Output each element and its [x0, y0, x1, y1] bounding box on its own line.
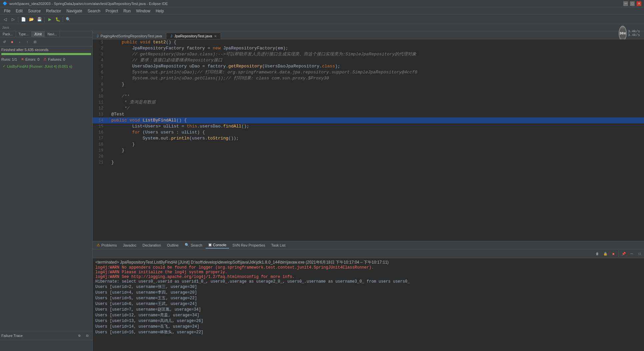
- left-tab-type[interactable]: Type...: [16, 31, 32, 37]
- code-line: 4 // 要求：该接口必须要继承Repository接口: [93, 57, 644, 63]
- code-editor[interactable]: 1 public void test2() {2 JpaRepositoryFa…: [93, 39, 644, 241]
- toolbar-run[interactable]: ▶: [46, 16, 53, 23]
- code-line: 14public void ListByFindAll() {: [93, 117, 644, 123]
- console-line: Hibernate: select users0_.userid as user…: [95, 279, 641, 284]
- main-layout: Pack... Type... JUnit Navi... ↺ ■ ↓ ↑ ⊟ …: [0, 31, 644, 351]
- bottom-tab-problems[interactable]: ⚠ Problems: [94, 242, 119, 248]
- line-content: for (Users users : ulList) {: [110, 129, 644, 135]
- console-scroll-lock[interactable]: 🔒: [602, 250, 609, 257]
- bottom-tab-declaration[interactable]: Declaration: [140, 242, 164, 248]
- declaration-label: Declaration: [142, 243, 161, 247]
- toolbar-back[interactable]: ◁: [1, 16, 9, 23]
- line-number: 17: [93, 135, 106, 141]
- menu-item-window[interactable]: Window: [133, 8, 153, 14]
- junit-stats: Runs: 1/1 ✕ Errors: 0 ⚠ Failures: 0: [1, 57, 91, 61]
- menu-item-source[interactable]: Source: [25, 8, 43, 14]
- perspective-label: Java: [0, 26, 11, 29]
- menu-bar: FileEditSourceRefactorNavigateSearchProj…: [0, 7, 644, 15]
- line-content: }: [110, 81, 644, 87]
- line-number: 15: [93, 123, 106, 129]
- line-number: 18: [93, 141, 106, 147]
- menu-item-navigate[interactable]: Navigate: [64, 8, 85, 14]
- console-minimize[interactable]: ─: [628, 250, 635, 257]
- tree-check-icon: ✓: [3, 64, 6, 68]
- fold-marker: [106, 135, 110, 141]
- fold-marker: [106, 141, 110, 147]
- line-number: 9: [93, 87, 106, 93]
- left-tab-navi[interactable]: Navi...: [45, 31, 60, 37]
- editor-area: J PagingAndSortingRepositoryTest.java J …: [93, 31, 644, 351]
- left-tab-junit[interactable]: JUnit: [32, 31, 45, 37]
- editor-tab-bar: J PagingAndSortingRepositoryTest.java J …: [93, 31, 644, 39]
- junit-prev-fail[interactable]: ↑: [24, 38, 31, 45]
- console-output: <terminated> JpaRepositoryTest.ListByFin…: [93, 258, 644, 351]
- console-line: Users [userid=14, username=岳飞, userage=2…: [95, 324, 641, 329]
- menu-item-help[interactable]: Help: [153, 8, 167, 14]
- editor-tab-paging[interactable]: J PagingAndSortingRepositoryTest.java: [93, 33, 166, 39]
- line-number: 7: [93, 75, 106, 81]
- editor-tab-jpa[interactable]: J JpaRepositoryTest.java ✕: [166, 33, 221, 39]
- menu-item-file[interactable]: File: [1, 8, 13, 14]
- junit-rerun[interactable]: ↺: [1, 38, 8, 45]
- fold-marker: [106, 153, 110, 159]
- toolbar-search[interactable]: 🔍: [64, 16, 72, 23]
- junit-errors: ✕ Errors: 0: [21, 57, 39, 61]
- junit-next-fail[interactable]: ↓: [16, 38, 23, 45]
- console-maximize[interactable]: □: [636, 250, 643, 257]
- menu-item-search[interactable]: Search: [85, 8, 103, 14]
- console-clear[interactable]: 🗑: [594, 250, 601, 257]
- left-tab-pack[interactable]: Pack...: [0, 31, 16, 37]
- junit-collapse[interactable]: ⊟: [31, 38, 39, 45]
- line-content: JpaRepositoryFactory factory = new JpaRe…: [110, 45, 644, 51]
- toolbar-open[interactable]: 📂: [28, 16, 35, 23]
- window-title: workSpaces_idea202003 - SpringDataJpa/sr…: [9, 2, 168, 6]
- tab-close-icon[interactable]: ✕: [214, 34, 217, 38]
- menu-item-edit[interactable]: Edit: [13, 8, 25, 14]
- console-icon: ▣: [208, 243, 212, 247]
- failure-trace-filter[interactable]: ⊟: [84, 332, 91, 339]
- console-line: Users [userid=12, username=亮盖, userage=3…: [95, 312, 641, 318]
- toolbar-new[interactable]: 📄: [20, 16, 27, 23]
- bottom-tab-svn[interactable]: SVN Rev Properties: [230, 242, 268, 248]
- toolbar-forward[interactable]: ▷: [9, 16, 17, 23]
- toolbar-debug[interactable]: 🐛: [54, 16, 61, 23]
- line-content: @Test: [110, 111, 644, 117]
- minimize-button[interactable]: ─: [623, 1, 628, 6]
- junit-stop[interactable]: ■: [8, 38, 16, 45]
- tree-item-label: ListByFindAll [Runner: JUnit 4] (0.001 s…: [7, 64, 72, 68]
- fold-marker: [106, 81, 110, 87]
- errors-icon: ✕: [21, 57, 24, 61]
- outline-label: Outline: [167, 243, 179, 247]
- line-number: 5: [93, 63, 106, 69]
- menu-item-project[interactable]: Project: [103, 8, 121, 14]
- title-bar: 🔷 workSpaces_idea202003 - SpringDataJpa/…: [0, 0, 644, 7]
- console-line: Users [userid=6, username=王武, userage=24…: [95, 301, 641, 307]
- bottom-tab-outline[interactable]: Outline: [164, 242, 181, 248]
- console-line: Users [userid=4, username=李四, userage=20…: [95, 290, 641, 295]
- console-terminate[interactable]: ■: [610, 250, 617, 257]
- problems-icon: ⚠: [97, 243, 100, 247]
- console-toolbar: 🗑 🔒 ■ 📌 ─ □: [93, 249, 644, 258]
- code-line: 11 * 查询是有数据: [93, 99, 644, 105]
- code-line: 5 UsersDaoJpaRepository uDao = factory.g…: [93, 63, 644, 69]
- bottom-tab-task[interactable]: Task List: [269, 242, 288, 248]
- bottom-tab-search[interactable]: 🔍 Search: [182, 242, 205, 248]
- code-line: 16 for (Users users : ulList) {: [93, 129, 644, 135]
- perf-value: 30x: [619, 31, 626, 35]
- close-button[interactable]: ✕: [637, 1, 641, 6]
- failure-trace-copy[interactable]: ⧉: [76, 332, 83, 339]
- menu-item-run[interactable]: Run: [121, 8, 133, 14]
- toolbar-save[interactable]: 💾: [36, 16, 43, 23]
- bottom-tab-console[interactable]: ▣ Console: [206, 242, 229, 249]
- console-pin[interactable]: 📌: [620, 250, 627, 257]
- code-lines-container: 1 public void test2() {2 JpaRepositoryFa…: [93, 39, 644, 165]
- maximize-button[interactable]: □: [630, 1, 635, 6]
- line-number: 3: [93, 51, 106, 57]
- code-line: 18 }: [93, 141, 644, 147]
- junit-tree-item[interactable]: ✓ ListByFindAll [Runner: JUnit 4] (0.001…: [1, 63, 91, 69]
- bottom-tab-javadoc[interactable]: Javadoc: [120, 242, 139, 248]
- console-line: log4j:WARN See http://logging.apache.org…: [95, 275, 641, 279]
- search-label: Search: [191, 243, 202, 247]
- line-number: 16: [93, 129, 106, 135]
- menu-item-refactor[interactable]: Refactor: [43, 8, 64, 14]
